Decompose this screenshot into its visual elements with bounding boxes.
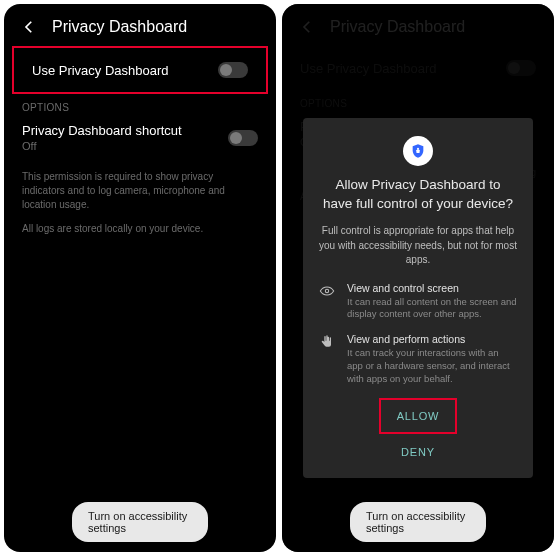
dialog-title: Allow Privacy Dashboard to have full con… (319, 176, 517, 214)
highlight-allow: ALLOW (379, 398, 457, 434)
permission-dialog: Allow Privacy Dashboard to have full con… (303, 118, 533, 477)
svg-point-1 (325, 289, 328, 292)
feature1-body: It can read all content on the screen an… (347, 296, 517, 322)
hand-icon (319, 333, 337, 385)
back-icon[interactable] (20, 18, 38, 36)
shortcut-state: Off (22, 140, 182, 152)
feature-perform-actions: View and perform actions It can track yo… (319, 333, 517, 385)
right-screen: Privacy Dashboard Use Privacy Dashboard … (282, 4, 554, 552)
eye-icon (319, 282, 337, 322)
feature2-title: View and perform actions (347, 333, 517, 345)
allow-button[interactable]: ALLOW (381, 400, 455, 432)
app-icon (403, 136, 433, 166)
storage-description: All logs are stored locally on your devi… (4, 220, 276, 244)
accessibility-pill[interactable]: Turn on accessibility settings (350, 502, 486, 542)
feature-view-screen: View and control screen It can read all … (319, 282, 517, 322)
deny-button[interactable]: DENY (319, 436, 517, 468)
header-title: Privacy Dashboard (52, 18, 187, 36)
dialog-backdrop: Allow Privacy Dashboard to have full con… (282, 4, 554, 552)
svg-rect-0 (416, 150, 419, 153)
dialog-body: Full control is appropriate for apps tha… (319, 224, 517, 268)
accessibility-pill[interactable]: Turn on accessibility settings (72, 502, 208, 542)
use-privacy-label: Use Privacy Dashboard (32, 63, 169, 78)
permission-description: This permission is required to show priv… (4, 162, 276, 220)
feature2-body: It can track your interactions with an a… (347, 347, 517, 385)
shortcut-label: Privacy Dashboard shortcut (22, 123, 182, 138)
header: Privacy Dashboard (4, 4, 276, 46)
feature1-title: View and control screen (347, 282, 517, 294)
left-screen: Privacy Dashboard Use Privacy Dashboard … (4, 4, 276, 552)
highlight-use-privacy: Use Privacy Dashboard (12, 46, 268, 94)
use-privacy-toggle[interactable] (218, 62, 248, 78)
shortcut-toggle[interactable] (228, 130, 258, 146)
use-privacy-row[interactable]: Use Privacy Dashboard (14, 48, 266, 92)
options-header: OPTIONS (4, 94, 276, 117)
shortcut-row[interactable]: Privacy Dashboard shortcut Off (4, 117, 276, 162)
